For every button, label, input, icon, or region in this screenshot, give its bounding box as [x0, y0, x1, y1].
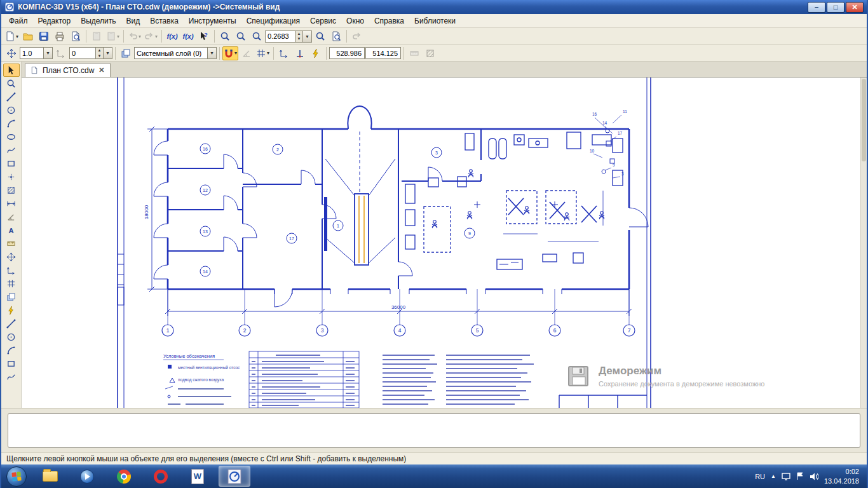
layer-name-dropdown[interactable]: ▼: [207, 48, 216, 58]
show-hidden-icons-button[interactable]: ▲: [771, 473, 776, 479]
zoom-out-button[interactable]: [249, 29, 264, 43]
rectangle-tool[interactable]: [3, 157, 20, 170]
language-indicator[interactable]: RU: [755, 473, 765, 480]
zoom-spinner[interactable]: ▲▼: [295, 31, 302, 42]
measure-tool[interactable]: [3, 237, 20, 250]
minimize-button[interactable]: –: [808, 2, 825, 13]
maximize-button[interactable]: □: [827, 2, 844, 13]
variables-button[interactable]: f(x): [165, 29, 180, 43]
flag-icon[interactable]: [796, 472, 804, 480]
volume-icon[interactable]: [810, 473, 818, 480]
layer-number-dropdown[interactable]: ▼: [103, 48, 112, 58]
clock[interactable]: 0:02 13.04.2018: [824, 467, 859, 485]
polyline-tool[interactable]: [3, 317, 20, 330]
csys-icon: [279, 48, 289, 58]
spline-tool[interactable]: [3, 144, 20, 157]
menu-specification[interactable]: Спецификация: [241, 15, 305, 27]
menu-view[interactable]: Вид: [121, 15, 146, 27]
move-tool[interactable]: [3, 250, 20, 264]
taskbar-kompas-button[interactable]: [219, 466, 250, 487]
zoom-dropdown[interactable]: ▼: [302, 31, 311, 42]
snap-settings-button[interactable]: ▾: [222, 46, 238, 60]
snap-toggle-button[interactable]: [308, 46, 323, 60]
hatch-settings-button[interactable]: [423, 46, 438, 60]
ruler-button[interactable]: [407, 46, 422, 60]
menu-editor[interactable]: Редактор: [33, 15, 76, 27]
layer-number-combo[interactable]: 0 ▲▼ ▼: [69, 47, 112, 59]
tab-close-icon[interactable]: ✕: [98, 66, 104, 74]
menu-select[interactable]: Выделить: [76, 15, 121, 27]
local-csys-button[interactable]: [276, 46, 292, 60]
coord-x-field[interactable]: 528.986: [329, 47, 365, 59]
property-panel[interactable]: [8, 413, 860, 448]
menu-insert[interactable]: Вставка: [145, 15, 184, 27]
curve-tool[interactable]: [3, 330, 20, 344]
ellipse-tool[interactable]: [3, 130, 20, 144]
undo-button[interactable]: ▾: [126, 29, 142, 43]
print-button[interactable]: [52, 29, 67, 43]
scrollbar-thumb[interactable]: [862, 79, 866, 161]
ortho-button[interactable]: [292, 46, 308, 60]
zoom-combo[interactable]: 0.2683 ▲▼ ▼: [265, 30, 312, 43]
menu-help[interactable]: Справка: [369, 15, 409, 27]
drawing-area[interactable]: 16 11 14 17 10 9 3 16 12 13 14 2: [22, 78, 867, 408]
angle-dimension-tool[interactable]: [3, 210, 20, 224]
angle-snap-button[interactable]: [239, 46, 254, 60]
menu-libraries[interactable]: Библиотеки: [409, 15, 461, 27]
text-tool[interactable]: [3, 224, 20, 237]
zoom-fit-button[interactable]: [313, 29, 328, 43]
line-tool[interactable]: [3, 90, 20, 104]
open-button[interactable]: [20, 29, 36, 43]
polygon-tool[interactable]: [3, 357, 20, 370]
grid-tool[interactable]: [3, 277, 20, 290]
expressions-button[interactable]: f(x): [180, 29, 196, 43]
line-width-dropdown[interactable]: ▼: [43, 48, 52, 58]
tab-plan-sto[interactable]: План СТО.cdw ✕: [25, 63, 111, 77]
menu-service[interactable]: Сервис: [305, 15, 341, 27]
line-width-combo[interactable]: 1.0 ▼: [20, 47, 53, 59]
zoom-in-button[interactable]: [217, 29, 233, 43]
dimension-tool[interactable]: [3, 197, 20, 210]
zoom-sheet-button[interactable]: [329, 29, 344, 43]
new-document-button[interactable]: ▾: [4, 29, 20, 43]
layer-name-combo[interactable]: Системный слой (0) ▼: [134, 47, 217, 59]
refresh-button[interactable]: [349, 29, 365, 43]
zoom-tool[interactable]: [3, 77, 20, 90]
display-icon[interactable]: [782, 473, 790, 480]
arc-tool[interactable]: [3, 117, 20, 130]
layers-tool[interactable]: [3, 290, 20, 304]
coord-y-field[interactable]: 514.125: [365, 47, 401, 59]
grid-button[interactable]: ▾: [255, 46, 271, 60]
cut-button[interactable]: [89, 29, 104, 43]
bezier-tool[interactable]: [3, 370, 20, 384]
hatch-tool[interactable]: [3, 184, 20, 197]
taskbar-opera-button[interactable]: [145, 466, 177, 487]
menu-window[interactable]: Окно: [341, 15, 369, 27]
menu-file[interactable]: Файл: [4, 15, 33, 27]
layers-button[interactable]: [118, 46, 133, 60]
vertical-scrollbar[interactable]: [860, 78, 867, 408]
menu-tools[interactable]: Инструменты: [184, 15, 241, 27]
point-tool[interactable]: [3, 170, 20, 184]
taskbar-word-button[interactable]: W: [182, 466, 214, 487]
start-button[interactable]: [6, 466, 27, 487]
circle-tool[interactable]: [3, 104, 20, 117]
close-button[interactable]: ✕: [846, 2, 864, 13]
print-preview-button[interactable]: [68, 29, 83, 43]
snap-tool[interactable]: [3, 304, 20, 317]
zoom-window-button[interactable]: [233, 29, 248, 43]
copy-button[interactable]: ▾: [105, 29, 121, 43]
save-button[interactable]: [36, 29, 51, 43]
pan-button[interactable]: [4, 46, 19, 60]
layer-spinner[interactable]: ▲▼: [95, 48, 103, 58]
contour-tool[interactable]: [3, 344, 20, 357]
taskbar-explorer-button[interactable]: [34, 466, 66, 487]
select-tool[interactable]: [3, 64, 20, 77]
lock-step-button[interactable]: [53, 46, 69, 60]
taskbar-chrome-button[interactable]: [108, 466, 140, 487]
context-help-button[interactable]: [196, 29, 212, 43]
csys-tool[interactable]: [3, 264, 20, 277]
floor-plan-drawing[interactable]: 16 11 14 17 10 9 3 16 12 13 14 2: [22, 78, 863, 408]
redo-button[interactable]: ▾: [143, 29, 159, 43]
taskbar-media-player-button[interactable]: [71, 466, 103, 487]
